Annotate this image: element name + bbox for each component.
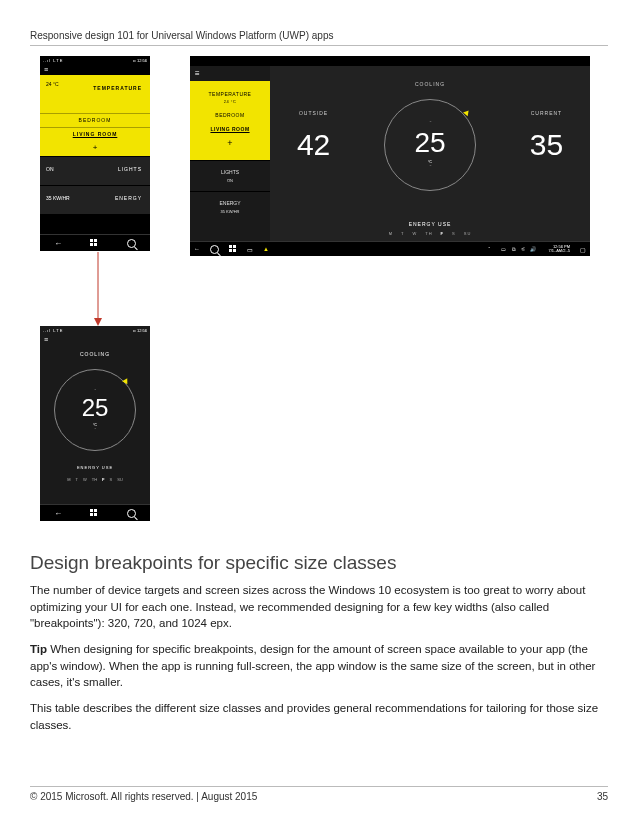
day-f[interactable]: F: [441, 231, 444, 236]
dial-indicator-icon: [122, 377, 130, 384]
lights-state: ON: [46, 166, 54, 172]
status-time: ⧈ 12:56: [133, 58, 147, 63]
windows-icon[interactable]: [229, 245, 237, 253]
sidebar-temperature[interactable]: TEMPERATURE 24 °C: [190, 87, 270, 108]
room-bedroom[interactable]: BEDROOM: [40, 113, 150, 127]
day-f[interactable]: F: [102, 477, 104, 482]
nav-bar: ←: [40, 234, 150, 251]
energy-label: ENERGY: [115, 195, 142, 201]
energy-tile[interactable]: 35 KW/HR ENERGY: [40, 185, 150, 214]
day-selector[interactable]: M T W TH F S SU: [40, 477, 150, 482]
day-w[interactable]: W: [412, 231, 417, 236]
dial-value: 25: [82, 394, 109, 422]
taskbar-clock[interactable]: 12:56 PM7/1..AM/2..5: [548, 245, 570, 254]
windows-icon[interactable]: [90, 239, 98, 247]
chevron-up-icon[interactable]: ˄: [429, 120, 432, 127]
paragraph-1: The number of device targets and screen …: [30, 582, 608, 632]
tip-label: Tip: [30, 643, 47, 655]
paragraph-3: This table describes the different size …: [30, 700, 608, 733]
add-room-button[interactable]: +: [190, 136, 270, 154]
day-t[interactable]: T: [401, 231, 404, 236]
sidebar-living[interactable]: LIVING ROOM: [190, 122, 270, 136]
sidebar: ≡ TEMPERATURE 24 °C BEDROOM LIVING ROOM …: [190, 66, 270, 242]
page-number: 35: [597, 791, 608, 802]
temperature-tile[interactable]: 24 °C TEMPERATURE: [40, 75, 150, 113]
back-icon[interactable]: ←: [194, 246, 200, 252]
temperature-label: TEMPERATURE: [93, 85, 142, 91]
windows-icon[interactable]: [90, 509, 98, 517]
nav-bar: ←: [40, 504, 150, 521]
room-living[interactable]: LIVING ROOM: [40, 127, 150, 141]
figure-area: ..ıl LTE ⧈ 12:56 ≡ 24 °C TEMPERATURE BED…: [30, 56, 608, 536]
svg-marker-1: [94, 318, 102, 326]
lights-label: LIGHTS: [118, 166, 142, 172]
hamburger-icon[interactable]: ≡: [190, 66, 270, 81]
outside-reading: OUTSIDE 42: [297, 110, 330, 162]
add-room-button[interactable]: +: [40, 141, 150, 156]
phone-mock-nav: ..ıl LTE ⧈ 12:56 ≡ 24 °C TEMPERATURE BED…: [40, 56, 150, 251]
transition-arrow: [93, 252, 103, 326]
status-bar: ..ıl LTE ⧈ 12:56: [40, 56, 150, 64]
app-icon[interactable]: ▲: [263, 246, 269, 252]
tablet-mock: ≡ TEMPERATURE 24 °C BEDROOM LIVING ROOM …: [190, 56, 590, 256]
day-s[interactable]: S: [452, 231, 456, 236]
sidebar-lights[interactable]: LIGHTS ON: [190, 160, 270, 191]
main-panel: OUTSIDE 42 COOLING ˄ 25 °C ˅: [270, 66, 590, 242]
signal-icon: ..ıl LTE: [43, 58, 63, 63]
back-icon[interactable]: ←: [54, 239, 62, 248]
section-heading: Design breakpoints for specific size cla…: [30, 552, 608, 574]
page-footer: © 2015 Microsoft. All rights reserved. |…: [30, 786, 608, 802]
taskbar: ← ▭ ▲ ˄ ▭ ⧉ ⚟ 🔊 12:56 PM7/1..AM/2..5 ▢: [190, 241, 590, 256]
tray-icons[interactable]: ▭ ⧉ ⚟ 🔊: [501, 246, 538, 253]
day-s[interactable]: S: [110, 477, 113, 482]
day-su[interactable]: SU: [117, 477, 123, 482]
task-view-icon[interactable]: ▭: [247, 246, 253, 253]
day-m[interactable]: M: [389, 231, 393, 236]
lights-tile[interactable]: ON LIGHTS: [40, 156, 150, 185]
dial-indicator-icon: [463, 109, 471, 117]
back-icon[interactable]: ←: [54, 509, 62, 518]
energy-use: ENERGY USE M T W TH F S SU: [270, 221, 590, 236]
temperature-value: 24 °C: [46, 81, 59, 87]
status-time: ⧈ 12:56: [133, 328, 147, 333]
temperature-dial[interactable]: ˄ 25 °C ˅: [384, 99, 476, 191]
day-selector[interactable]: M T W TH F S SU: [270, 231, 590, 236]
search-icon[interactable]: [127, 509, 136, 518]
chevron-down-icon[interactable]: ˅: [429, 164, 432, 171]
tray-chevron-icon[interactable]: ˄: [488, 246, 491, 252]
day-m[interactable]: M: [67, 477, 70, 482]
status-bar: [190, 56, 590, 66]
cooling-label: COOLING: [40, 345, 150, 357]
dial-value: 25: [414, 127, 445, 159]
day-w[interactable]: W: [83, 477, 87, 482]
day-th[interactable]: TH: [92, 477, 97, 482]
search-icon[interactable]: [210, 245, 219, 254]
signal-icon: ..ıl LTE: [43, 328, 63, 333]
status-bar: ..ıl LTE ⧈ 12:56: [40, 326, 150, 334]
search-icon[interactable]: [127, 239, 136, 248]
day-t[interactable]: T: [76, 477, 78, 482]
temperature-dial[interactable]: ˄ 25 °C ˅: [54, 369, 136, 451]
paragraph-tip: Tip When designing for specific breakpoi…: [30, 641, 608, 691]
sidebar-energy[interactable]: ENERGY 35 KW/HR: [190, 191, 270, 222]
notifications-icon[interactable]: ▢: [580, 246, 586, 253]
sidebar-bedroom[interactable]: BEDROOM: [190, 108, 270, 122]
chevron-down-icon[interactable]: ˅: [94, 427, 97, 433]
current-reading: CURRENT 35: [530, 110, 563, 162]
energy-value: 35 KW/HR: [46, 195, 70, 201]
day-su[interactable]: SU: [464, 231, 472, 236]
energy-use-label: ENERGY USE: [40, 465, 150, 470]
phone-mock-dial: ..ıl LTE ⧈ 12:56 ≡ COOLING ˄ 25 °C ˅ ENE…: [40, 326, 150, 521]
hamburger-icon[interactable]: ≡: [40, 64, 150, 75]
cooling-reading: COOLING ˄ 25 °C ˅: [384, 81, 476, 191]
page-header: Responsive design 101 for Universal Wind…: [30, 30, 608, 46]
day-th[interactable]: TH: [425, 231, 432, 236]
hamburger-icon[interactable]: ≡: [40, 334, 150, 345]
footer-copyright: © 2015 Microsoft. All rights reserved. |…: [30, 791, 257, 802]
